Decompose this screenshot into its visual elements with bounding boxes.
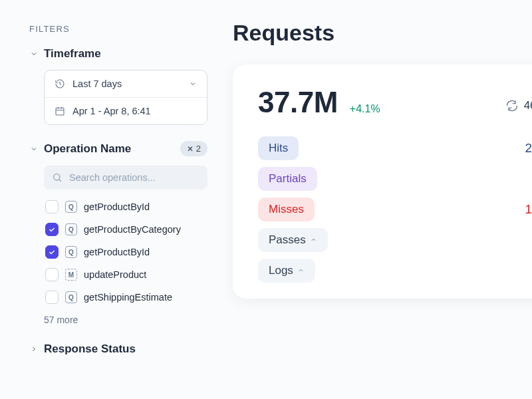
- operation-item[interactable]: Q getProductById: [44, 243, 207, 261]
- section-timeframe[interactable]: Timeframe: [29, 47, 207, 61]
- query-badge: Q: [65, 223, 77, 235]
- stat-misses[interactable]: Misses 10.: [258, 198, 532, 221]
- stat-label: Misses: [258, 198, 315, 221]
- calendar-icon: [54, 105, 66, 117]
- timeframe-box: Last 7 days Apr 1 - Apr 8, 6:41: [44, 70, 207, 125]
- sync-value: 46h: [524, 99, 532, 112]
- chevron-up-icon: [310, 233, 317, 247]
- metric-total: 37.7M: [258, 86, 338, 119]
- stat-value: 21.: [525, 141, 532, 156]
- section-operation[interactable]: Operation Name ✕ 2: [29, 141, 207, 156]
- operation-list: Q getProductById Q getProductByCategory …: [44, 198, 207, 307]
- operation-item[interactable]: M updateProduct: [44, 265, 207, 284]
- stat-hits[interactable]: Hits 21.: [258, 136, 532, 160]
- query-badge: Q: [65, 201, 77, 213]
- operation-item[interactable]: Q getProductById: [44, 198, 207, 216]
- operations-more[interactable]: 57 more: [44, 315, 207, 325]
- search-icon: [52, 172, 63, 183]
- svg-line-5: [59, 180, 61, 182]
- operation-item[interactable]: Q getShippingEstimate: [44, 288, 207, 307]
- stat-label: Logs: [258, 259, 315, 283]
- operation-label: getProductByCategory: [84, 224, 181, 235]
- operation-title: Operation Name: [44, 142, 175, 156]
- checkbox[interactable]: [45, 200, 59, 213]
- checkbox[interactable]: [45, 245, 59, 259]
- chevron-up-icon: [297, 264, 305, 277]
- mutation-badge: M: [65, 269, 77, 281]
- close-icon: ✕: [187, 144, 194, 154]
- filters-heading: FILTERS: [29, 24, 207, 34]
- response-status-title: Response Status: [44, 342, 207, 356]
- operation-label: getProductById: [84, 247, 150, 257]
- operation-label: updateProduct: [84, 269, 146, 280]
- svg-rect-0: [56, 108, 64, 115]
- checkbox[interactable]: [45, 268, 59, 281]
- chevron-down-icon: [29, 144, 39, 154]
- operation-count-pill[interactable]: ✕ 2: [180, 141, 207, 156]
- operation-label: getProductById: [84, 201, 150, 212]
- chevron-down-icon: [29, 49, 39, 59]
- operation-search[interactable]: [44, 166, 207, 190]
- svg-point-4: [54, 174, 60, 180]
- checkbox[interactable]: [45, 291, 59, 304]
- history-icon: [54, 78, 66, 90]
- timeframe-range[interactable]: Apr 1 - Apr 8, 6:41: [45, 97, 207, 124]
- stat-label: Passes: [258, 228, 328, 252]
- operation-label: getShippingEstimate: [84, 292, 172, 303]
- timeframe-preset-label: Last 7 days: [72, 78, 122, 89]
- timeframe-title: Timeframe: [44, 47, 207, 61]
- operation-count: 2: [196, 144, 201, 154]
- query-badge: Q: [65, 291, 77, 303]
- stat-partials[interactable]: Partials 9.: [258, 167, 532, 191]
- sync-status: 46h: [505, 99, 532, 112]
- search-input[interactable]: [69, 172, 200, 183]
- stat-label: Hits: [258, 136, 299, 160]
- stat-logs[interactable]: Logs 1.: [258, 259, 532, 283]
- page-title: Requests: [233, 20, 532, 46]
- timeframe-range-label: Apr 1 - Apr 8, 6:41: [72, 106, 151, 116]
- operation-item[interactable]: Q getProductByCategory: [44, 220, 207, 239]
- checkbox[interactable]: [45, 223, 59, 236]
- chevron-down-icon: [188, 79, 198, 88]
- chevron-right-icon: [29, 344, 39, 354]
- requests-card: 37.7M +4.1% 46h Hits 21. Partials 9. Mis…: [233, 65, 532, 299]
- timeframe-preset[interactable]: Last 7 days: [45, 70, 207, 97]
- stat-passes[interactable]: Passes 2.: [258, 228, 532, 252]
- sync-icon: [505, 99, 519, 112]
- section-response-status[interactable]: Response Status: [29, 342, 207, 356]
- stat-label: Partials: [258, 167, 317, 191]
- query-badge: Q: [65, 246, 77, 258]
- metric-delta: +4.1%: [350, 103, 380, 115]
- stat-value: 10.: [525, 202, 532, 217]
